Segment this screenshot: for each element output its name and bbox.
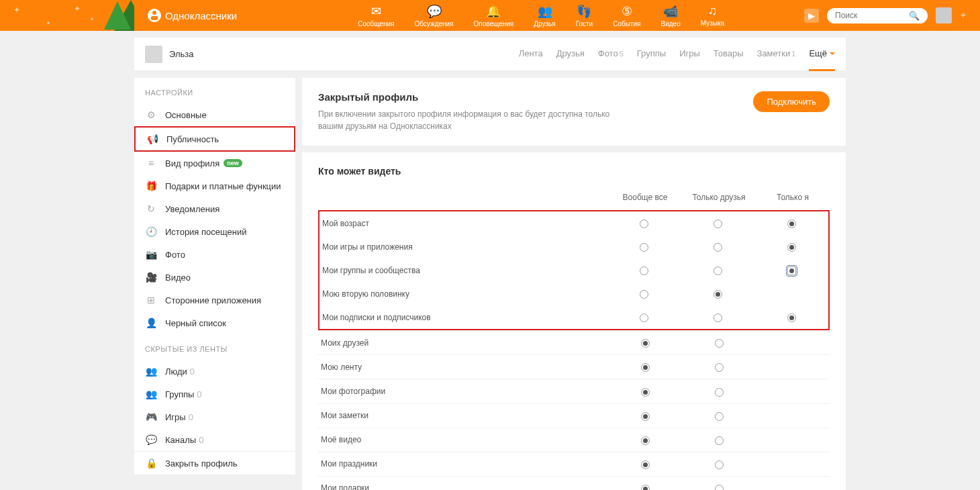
sidebar-item-6[interactable]: 📷Фото (134, 243, 295, 266)
visibility-radio[interactable] (787, 243, 796, 252)
profile-avatar-small[interactable] (145, 46, 162, 63)
sidebar-item-1[interactable]: 📢Публичность (134, 126, 295, 152)
visibility-radio[interactable] (714, 290, 722, 299)
topnav-item-5[interactable]: ⑤События (613, 4, 640, 28)
topnav-item-0[interactable]: ✉Сообщения (358, 4, 394, 28)
visibility-row-5: Моих друзей (318, 330, 830, 354)
visibility-radio[interactable] (714, 219, 722, 228)
sidebar-item-3[interactable]: 🎁Подарки и платные функции (134, 175, 295, 197)
visibility-row-label: Мои игры и приложения (320, 242, 607, 252)
profile-tab-0[interactable]: Лента (519, 38, 543, 71)
profile-tab-1[interactable]: Друзья (556, 38, 585, 71)
closed-profile-panel: Закрытый профиль При включении закрытого… (302, 78, 846, 146)
profile-tab-5[interactable]: Товары (714, 38, 744, 71)
visibility-radio[interactable] (715, 363, 724, 372)
profile-tab-2[interactable]: Фото5 (598, 38, 624, 71)
topnav-icon: 👣 (577, 4, 591, 19)
sidebar-hidden-item-0[interactable]: 👥Люди0 (134, 360, 295, 383)
sidebar-item-5[interactable]: 🕘История посещений (134, 220, 295, 243)
ok-logo-icon (148, 9, 161, 22)
visibility-radio[interactable] (641, 460, 650, 469)
visibility-radio[interactable] (715, 460, 724, 469)
topbar-right: ▶ 🔍 ✦ (804, 7, 967, 23)
visibility-radio[interactable] (714, 266, 722, 275)
enable-closed-profile-button[interactable]: Подключить (753, 91, 830, 112)
sidebar-item-label: Публичность (166, 134, 219, 144)
visibility-radio[interactable] (641, 485, 650, 490)
topnav-item-7[interactable]: ♫Музыка (701, 4, 724, 28)
search-box[interactable]: 🔍 (827, 8, 928, 23)
topnav-item-6[interactable]: 📹Видео (660, 4, 680, 28)
visibility-radio[interactable] (715, 485, 724, 490)
visibility-radio[interactable] (641, 339, 650, 348)
visibility-radio[interactable] (640, 313, 648, 322)
visibility-radio[interactable] (715, 388, 724, 397)
sidebar-hidden-item-2[interactable]: 🎮Игры0 (134, 405, 295, 428)
topnav-item-3[interactable]: 👥Друзья (534, 4, 555, 28)
sidebar-icon: ⊞ (145, 295, 157, 305)
visibility-radio[interactable] (715, 339, 724, 348)
visibility-radio[interactable] (641, 436, 650, 445)
user-avatar[interactable] (936, 7, 952, 23)
visibility-row-10: Мои праздники (318, 452, 830, 476)
profile-tab-7[interactable]: Ещё (809, 38, 835, 71)
brand-logo[interactable]: Одноклассники (148, 9, 237, 22)
sidebar-item-label: Закрыть профиль (165, 458, 238, 469)
topnav-icon: ♫ (708, 4, 718, 18)
visibility-table-header: Вообще все Только друзья Только я (318, 187, 830, 210)
visibility-row-11: Мои подарки (318, 476, 830, 490)
topnav-item-4[interactable]: 👣Гости (576, 4, 593, 28)
visibility-radio[interactable] (640, 290, 648, 299)
visibility-row-1: Мои игры и приложения (318, 235, 830, 258)
sidebar-item-label: Каналы (165, 435, 196, 445)
visibility-row-label: Мой возраст (320, 219, 607, 228)
sidebar-count: 0 (199, 435, 203, 445)
visibility-radio[interactable] (640, 266, 648, 275)
profile-tabs: ЛентаДрузьяФото5ГруппыИгрыТоварыЗаметки1… (519, 38, 835, 71)
topnav-item-2[interactable]: 🔔Оповещения (474, 4, 514, 28)
visibility-radio[interactable] (715, 436, 724, 445)
visibility-row-2: Мои группы и сообщества (318, 258, 830, 282)
sidebar-item-7[interactable]: 🎥Видео (134, 266, 295, 289)
visibility-row-label: Мои фотографии (318, 387, 608, 396)
video-play-icon[interactable]: ▶ (804, 9, 819, 23)
visibility-radio[interactable] (714, 313, 722, 322)
visibility-radio[interactable] (787, 313, 796, 322)
visibility-radio[interactable] (640, 219, 648, 228)
profile-tab-6[interactable]: Заметки1 (757, 38, 796, 71)
topnav-item-1[interactable]: 💬Обсуждения (414, 4, 453, 28)
sidebar-hidden-item-1[interactable]: 👥Группы0 (134, 383, 295, 405)
sidebar-icon: 👥 (145, 389, 157, 399)
topnav-icon: 📹 (663, 4, 678, 19)
visibility-panel: Кто может видеть Вообще все Только друзь… (302, 152, 846, 490)
sidebar-hidden-item-3[interactable]: 💬Каналы0 (134, 428, 295, 451)
search-input[interactable] (835, 11, 909, 20)
profile-tab-4[interactable]: Игры (679, 38, 700, 71)
sidebar-icon: 👤 (145, 317, 157, 328)
sidebar-item-0[interactable]: ⚙Основные (134, 103, 295, 126)
sidebar-item-4[interactable]: ↻Уведомления (134, 197, 295, 220)
sidebar-icon: 📢 (146, 134, 158, 144)
visibility-radio[interactable] (715, 412, 724, 421)
visibility-radio[interactable] (640, 243, 648, 252)
main-container: НАСТРОЙКИ ⚙Основные📢Публичность≡Вид проф… (134, 71, 846, 490)
closed-profile-title: Закрытый профиль (318, 91, 614, 103)
visibility-radio[interactable] (787, 266, 796, 275)
visibility-radio[interactable] (641, 412, 650, 421)
sidebar-item-label: Основные (165, 110, 207, 120)
visibility-radio[interactable] (787, 219, 796, 228)
sidebar-item-lock-profile[interactable]: 🔒 Закрыть профиль (134, 452, 295, 475)
profile-tab-3[interactable]: Группы (637, 38, 666, 71)
visibility-radio[interactable] (714, 243, 722, 252)
sidebar-item-2[interactable]: ≡Вид профиляnew (134, 152, 295, 175)
sidebar-item-9[interactable]: 👤Черный список (134, 311, 295, 334)
settings-sidebar: НАСТРОЙКИ ⚙Основные📢Публичность≡Вид проф… (134, 78, 295, 475)
sidebar-item-8[interactable]: ⊞Сторонние приложения (134, 289, 295, 311)
visibility-radio[interactable] (641, 388, 650, 397)
profile-name: Эльза (169, 49, 193, 59)
topnav-label: Видео (660, 20, 680, 28)
visibility-radio[interactable] (641, 363, 650, 372)
topnav-icon: 👥 (538, 4, 552, 19)
search-icon[interactable]: 🔍 (909, 11, 920, 21)
sidebar-item-label: История посещений (165, 227, 247, 237)
